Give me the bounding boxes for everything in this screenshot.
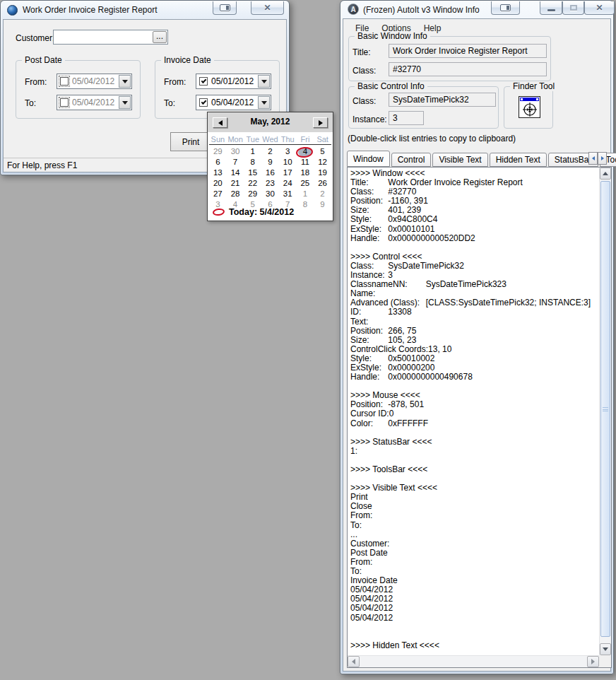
- chevron-down-icon: [261, 80, 267, 83]
- hscroll-left-button[interactable]: [348, 656, 360, 667]
- report-close-button[interactable]: ✕: [251, 1, 284, 15]
- minimize-button[interactable]: [540, 1, 562, 15]
- calendar-day[interactable]: 27: [209, 189, 227, 200]
- calendar-day[interactable]: 13: [209, 168, 227, 179]
- info-close-button[interactable]: ✕: [584, 1, 615, 15]
- calendar-today-row[interactable]: Today: 5/4/2012: [213, 207, 294, 217]
- calendar-day[interactable]: 26: [314, 179, 331, 189]
- info-report-editbox[interactable]: >>>> Window <<<< Title: Work Order Invoi…: [347, 167, 612, 668]
- clipboard-hint-text: (Double-click list entries to copy to cl…: [348, 134, 516, 143]
- calendar-day[interactable]: 11: [297, 158, 314, 168]
- post-to-datepicker[interactable]: 05/04/2012: [57, 95, 132, 110]
- invoice-from-dropdown-button[interactable]: [258, 75, 270, 88]
- window-class-field[interactable]: #32770: [389, 62, 547, 76]
- calendar-day[interactable]: 30: [261, 189, 279, 200]
- post-from-checkbox[interactable]: [60, 77, 69, 86]
- calendar-day[interactable]: 5: [314, 147, 331, 158]
- calendar-day[interactable]: 10: [279, 158, 297, 168]
- invoice-to-dropdown-button[interactable]: [258, 96, 270, 109]
- calendar-day[interactable]: 2: [261, 147, 279, 158]
- calendar-day[interactable]: 8: [244, 158, 261, 168]
- tab-hidden-text[interactable]: Hidden Text: [490, 153, 547, 167]
- calendar-day[interactable]: 21: [227, 179, 244, 189]
- post-to-checkbox[interactable]: [60, 98, 69, 107]
- calendar-day[interactable]: 12: [314, 158, 331, 168]
- calendar-day[interactable]: 31: [279, 189, 297, 200]
- vscroll-track[interactable]: [599, 168, 611, 655]
- weekday-sun: Sun: [209, 135, 227, 144]
- calendar-day[interactable]: 14: [227, 168, 244, 179]
- calendar-day[interactable]: 7: [227, 158, 244, 168]
- report-titlebar[interactable]: Work Order Invoice Register Report ✕: [1, 1, 289, 19]
- vscroll-up-button[interactable]: [600, 168, 611, 180]
- vscroll-thumb[interactable]: [600, 181, 610, 637]
- day-number: 13: [213, 168, 223, 177]
- calendar-day[interactable]: 9: [314, 200, 331, 211]
- tab-scroll-left-button[interactable]: [588, 152, 598, 165]
- calendar-day[interactable]: 1: [297, 189, 314, 200]
- calendar-day[interactable]: 28: [227, 189, 244, 200]
- calendar-day[interactable]: 23: [261, 179, 279, 189]
- invoice-to-datepicker[interactable]: 05/04/2012: [196, 95, 271, 110]
- calendar-day[interactable]: 3: [279, 147, 297, 158]
- close-icon: ✕: [596, 4, 603, 12]
- weekday-fri: Fri: [297, 135, 314, 144]
- calendar-day[interactable]: 24: [279, 179, 297, 189]
- calendar-day[interactable]: 6: [209, 158, 227, 168]
- invoice-to-checkbox[interactable]: [199, 98, 208, 107]
- invoice-from-checkbox[interactable]: [199, 77, 208, 86]
- day-number: 2: [320, 189, 324, 198]
- vscroll-down-button[interactable]: [600, 643, 611, 655]
- calendar-day[interactable]: 20: [209, 179, 227, 189]
- calendar-day[interactable]: 4: [297, 147, 314, 158]
- hscroll-right-button[interactable]: [587, 656, 599, 667]
- info-titlebar[interactable]: A (Frozen) AutoIt v3 Window Info ✕: [340, 1, 613, 19]
- today-circle-icon: [212, 208, 225, 216]
- day-number: 8: [303, 200, 307, 209]
- hscroll-track[interactable]: [348, 655, 599, 667]
- calendar-day[interactable]: 9: [261, 158, 279, 168]
- calendar-day[interactable]: 30: [227, 147, 244, 158]
- calendar-day[interactable]: 25: [297, 179, 314, 189]
- weekday-tue: Tue: [244, 135, 261, 144]
- weekday-wed: Wed: [261, 135, 279, 144]
- calendar-day[interactable]: 16: [261, 168, 279, 179]
- calendar-day[interactable]: 19: [314, 168, 331, 179]
- calendar-day[interactable]: 2: [314, 189, 331, 200]
- control-class-field[interactable]: SysDateTimePick32: [389, 93, 496, 107]
- print-button[interactable]: Print: [170, 132, 211, 151]
- calendar-day[interactable]: 29: [209, 147, 227, 158]
- day-number: 5: [251, 200, 255, 209]
- control-instance-field[interactable]: 3: [389, 111, 424, 125]
- post-from-dropdown-button[interactable]: [119, 75, 131, 88]
- day-number: 7: [285, 200, 290, 209]
- tab-scroll-right-button[interactable]: [598, 152, 607, 165]
- invoice-from-datepicker[interactable]: 05/01/2012: [196, 74, 271, 89]
- post-from-datepicker[interactable]: 05/04/2012: [57, 74, 132, 89]
- tab-visible-text[interactable]: Visible Text: [432, 153, 487, 167]
- calendar-day[interactable]: 1: [244, 147, 261, 158]
- post-to-dropdown-button[interactable]: [119, 96, 131, 109]
- finder-tool-icon[interactable]: [519, 96, 540, 118]
- report-text[interactable]: >>>> Window <<<< Title: Work Order Invoi…: [348, 168, 598, 655]
- day-number: 15: [248, 168, 257, 177]
- calendar-day[interactable]: 18: [297, 168, 314, 179]
- window-title-field[interactable]: Work Order Invoice Register Report: [389, 44, 547, 58]
- calendar-next-button[interactable]: [313, 117, 328, 128]
- tab-window[interactable]: Window: [347, 151, 390, 167]
- calendar-day[interactable]: 17: [279, 168, 297, 179]
- calendar-day[interactable]: 8: [297, 200, 314, 211]
- report-app-icon: [7, 5, 18, 16]
- scrollbar-corner: [599, 655, 611, 667]
- tab-control[interactable]: Control: [391, 153, 432, 167]
- maximize-button[interactable]: [562, 1, 584, 15]
- customer-input[interactable]: [53, 30, 168, 45]
- customer-browse-button[interactable]: ...: [153, 31, 167, 43]
- capture-tool-button[interactable]: [491, 1, 520, 15]
- capture-tool-button[interactable]: [213, 1, 237, 15]
- invoice-from-value: 05/01/2012: [211, 76, 254, 86]
- calendar-day[interactable]: 22: [244, 179, 261, 189]
- calendar-day[interactable]: 29: [244, 189, 261, 200]
- chevron-down-icon: [261, 101, 267, 105]
- calendar-day[interactable]: 15: [244, 168, 261, 179]
